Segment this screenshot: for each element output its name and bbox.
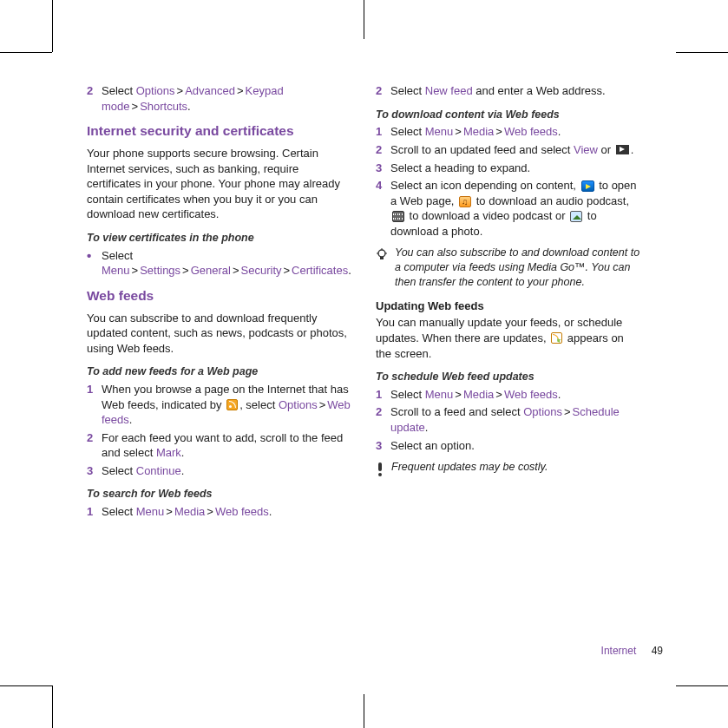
text: >: [319, 398, 326, 411]
ui-term: Security: [241, 264, 282, 277]
list-item: 2 Scroll to an updated feed and select V…: [376, 142, 642, 158]
step-number: 4: [376, 178, 382, 193]
ui-term: Mark: [156, 446, 181, 459]
step-number: 2: [87, 430, 93, 446]
tip-text: Frequent updates may be costly.: [391, 460, 548, 475]
sub-heading: To schedule Web feed updates: [376, 370, 642, 384]
text: .: [181, 464, 185, 477]
ui-term: Options: [136, 84, 175, 97]
step-number: 2: [376, 83, 382, 99]
text: .: [269, 505, 272, 518]
text: , select: [239, 398, 279, 411]
text: >: [237, 84, 244, 97]
text: >: [284, 264, 291, 277]
text: Scroll to an updated feed and select: [390, 143, 574, 156]
page-footer: Internet 49: [601, 644, 663, 658]
right-column: 2 Select New feed and enter a Web addres…: [376, 83, 642, 522]
ui-term: Shortcuts: [140, 100, 187, 113]
text: Select: [390, 388, 425, 401]
rss-icon: [226, 399, 238, 410]
music-note-icon: [459, 196, 471, 207]
rss-update-icon: [551, 332, 562, 344]
ui-term: Web feeds: [504, 125, 558, 138]
ui-term: Menu: [425, 125, 454, 138]
text: .: [129, 413, 133, 426]
step-number: 1: [87, 504, 93, 520]
text: Select: [390, 84, 425, 97]
list-item: 2 Select New feed and enter a Web addres…: [376, 83, 642, 99]
sub-heading: To view certificates in the phone: [87, 231, 353, 246]
text: >: [233, 264, 239, 277]
ui-term: Menu: [425, 388, 454, 401]
exclamation-icon: [376, 462, 384, 476]
ui-term: Web feeds: [215, 505, 269, 518]
page-number: 49: [652, 645, 663, 657]
svg-rect-5: [378, 462, 382, 471]
text: >: [455, 388, 462, 401]
text: .: [425, 421, 429, 434]
text: to download an audio podcast,: [473, 194, 629, 207]
step-number: 1: [376, 124, 382, 140]
text: For each feed you want to add, scroll to…: [102, 431, 343, 460]
list-item: 1 Select Menu>Media>Web feeds.: [376, 124, 642, 140]
step-number: 2: [376, 142, 382, 158]
text: Select an option.: [390, 439, 475, 452]
text: .: [187, 100, 191, 113]
lightbulb-icon: [376, 248, 388, 262]
tip-text: You can also subscribe to and download c…: [395, 246, 642, 290]
section-name: Internet: [601, 645, 637, 657]
text: >: [455, 125, 462, 138]
text: .: [348, 264, 351, 277]
sub-heading: Updating Web feeds: [376, 298, 642, 314]
section-heading: Web feeds: [87, 287, 353, 305]
paragraph: You can subscribe to and download freque…: [87, 311, 353, 357]
list-item: Select Menu>Settings>General>Security>Ce…: [87, 248, 353, 279]
list-item: 2 For each feed you want to add, scroll …: [87, 430, 353, 461]
text: .: [631, 143, 634, 156]
text: >: [495, 388, 502, 401]
text: to download a video podcast or: [406, 209, 568, 222]
text: >: [564, 405, 571, 418]
ui-term: Continue: [136, 464, 181, 477]
step-number: 3: [87, 463, 93, 479]
text: Select: [102, 249, 133, 262]
text: Select: [102, 505, 136, 518]
play-icon: [616, 145, 629, 154]
step-number: 1: [376, 387, 382, 403]
paragraph: Your phone supports secure browsing. Cer…: [87, 146, 353, 222]
text: >: [132, 264, 139, 277]
list-item: 2 Scroll to a feed and select Options>Sc…: [376, 404, 642, 435]
text: >: [207, 505, 213, 518]
sub-heading: To search for Web feeds: [87, 487, 353, 502]
text: >: [182, 264, 189, 277]
ui-term: New feed: [425, 84, 473, 97]
tip-note: You can also subscribe to and download c…: [376, 246, 642, 290]
ui-term: Settings: [140, 264, 180, 277]
ui-term: Media: [463, 125, 494, 138]
ui-term: General: [191, 264, 231, 277]
ui-term: Media: [174, 505, 205, 518]
svg-rect-4: [380, 257, 384, 259]
list-item: 1 Select Menu>Media>Web feeds.: [87, 504, 353, 520]
svg-point-0: [378, 250, 385, 257]
left-column: 2 Select Options>Advanced>Keypad mode>Sh…: [87, 83, 353, 522]
film-icon: [392, 211, 404, 222]
list-item: 3 Select an option.: [376, 438, 642, 454]
text: .: [181, 446, 185, 459]
photo-icon: [570, 211, 582, 222]
step-number: 2: [376, 404, 382, 420]
list-item: 3 Select Continue.: [87, 463, 353, 479]
svg-point-6: [378, 473, 382, 476]
list-item: 4 Select an icon depending on content, t…: [376, 178, 642, 239]
ui-term: Web feeds: [504, 388, 558, 401]
text: Select a heading to expand.: [390, 161, 530, 174]
list-item: 1 When you browse a page on the Internet…: [87, 382, 353, 428]
section-heading: Internet security and certificates: [87, 122, 353, 141]
text: .: [558, 125, 561, 138]
text: Select: [390, 125, 425, 138]
text: Scroll to a feed and select: [390, 405, 523, 418]
text: >: [495, 125, 502, 138]
web-arrow-icon: [581, 180, 594, 192]
ui-term: Options: [279, 398, 318, 411]
text: Select an icon depending on content,: [390, 179, 580, 192]
